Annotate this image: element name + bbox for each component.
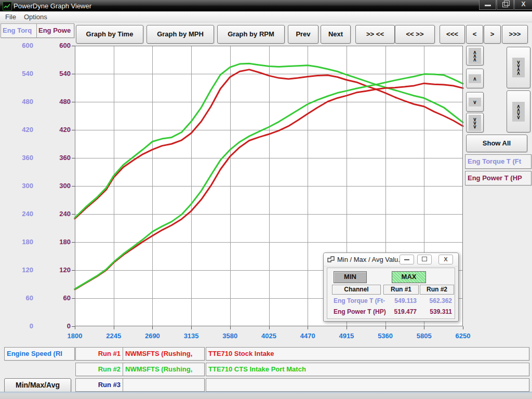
close-icon: X <box>521 1 525 8</box>
y-tick-label: 420 <box>59 126 71 134</box>
dialog-close-button[interactable]: X <box>438 255 453 264</box>
run2-label[interactable]: Run #2 <box>75 363 124 376</box>
y-tick-label: 120 <box>22 266 33 274</box>
x-tick-label: 2245 <box>99 332 128 340</box>
y-tick-label: 420 <box>22 126 33 134</box>
torque-channel-button[interactable]: Eng Torque T (Ft <box>465 154 531 169</box>
close-button[interactable]: X <box>514 0 532 10</box>
power-channel-button[interactable]: Eng Power T (HP <box>465 171 531 185</box>
graph-by-time-button[interactable]: Graph by Time <box>76 25 143 44</box>
x-tick-label: 4915 <box>332 332 361 340</box>
y-tick-label: 540 <box>22 70 33 78</box>
window-frame-bottom <box>0 392 532 399</box>
scroll-up-fast-button[interactable]: ∧ ∧ ∧ <box>466 46 484 65</box>
run2-description-field[interactable]: TTE710 CTS Intake Port Match <box>206 363 529 376</box>
zoom-out-x-button[interactable]: << >> <box>395 25 435 44</box>
minmax-dialog-title: Min / Max / Avg Valu... <box>337 256 404 263</box>
min-toggle-button[interactable]: MIN <box>334 271 367 283</box>
x-tick-label: 1800 <box>60 332 89 340</box>
app-icon <box>3 2 12 11</box>
column-header-run1[interactable]: Run #1 <box>383 285 419 295</box>
y-tick-label: 360 <box>59 154 71 162</box>
power-axis-ticks: 060120180240300360420480540600 <box>37 46 72 326</box>
y-tick-label: 120 <box>59 266 71 274</box>
y-tick-label: 240 <box>59 210 71 218</box>
y-tick-label: 0 <box>67 322 71 330</box>
collapse-vertical-button[interactable]: ∨ ∨ ∧ ∧ <box>507 47 530 88</box>
torque-axis-header[interactable]: Eng Torq <box>1 23 37 38</box>
x-tick-label: 3135 <box>177 332 206 340</box>
y-tick-label: 540 <box>59 70 71 78</box>
graph-by-mph-button[interactable]: Graph by MPH <box>147 25 214 44</box>
scroll-down-fast-button[interactable]: ∨ ∨ ∨ <box>466 113 484 132</box>
graph-by-rpm-button[interactable]: Graph by RPM <box>217 25 285 44</box>
dialog-maximize-icon <box>422 257 427 261</box>
chevron-down-icon: ∨ <box>469 98 481 107</box>
run3-operator-field[interactable] <box>123 378 205 392</box>
minmax-torque-run2-value: 562.362 <box>420 297 452 304</box>
minmax-row-power-label: Eng Power T (HP) <box>334 308 386 315</box>
dialog-maximize-button[interactable] <box>417 255 432 264</box>
x-tick-label: 4470 <box>293 332 322 340</box>
y-tick-label: 180 <box>59 238 71 246</box>
window-title: PowerDyne Graph Viewer <box>14 2 91 10</box>
torque-axis-ticks: 060120180240300360420480540600 <box>0 46 34 326</box>
column-header-run2[interactable]: Run #2 <box>420 285 454 295</box>
scroll-last-button[interactable]: >>> <box>502 25 528 44</box>
minmax-row-torque-label: Eng Torque T (Ft- <box>334 297 385 304</box>
y-tick-label: 600 <box>59 42 71 50</box>
y-tick-label: 60 <box>63 294 71 302</box>
chevron-down-triple-icon: ∨ ∨ ∨ <box>469 115 481 131</box>
minmax-torque-run1-value: 549.113 <box>383 297 417 304</box>
dialog-minimize-icon <box>404 259 409 260</box>
y-tick-label: 300 <box>59 182 71 190</box>
powerdyne-window: PowerDyne Graph Viewer X File Options En… <box>0 0 532 399</box>
menu-options[interactable]: Options <box>21 12 50 21</box>
x-tick-label: 5805 <box>409 332 438 340</box>
run2-operator-field[interactable]: NWMSFTS (Rushing, <box>123 363 205 376</box>
scroll-right-button[interactable]: > <box>484 25 501 44</box>
restore-button[interactable] <box>497 0 514 10</box>
x-tick-label: 3580 <box>216 332 245 340</box>
max-toggle-button[interactable]: MAX <box>392 271 426 283</box>
show-all-button[interactable]: Show All <box>466 135 527 152</box>
y-tick-label: 360 <box>22 154 33 162</box>
run3-label[interactable]: Run #3 <box>75 378 124 392</box>
run3-description-field[interactable] <box>206 378 529 392</box>
y-tick-label: 60 <box>26 294 33 302</box>
dialog-page-icon <box>327 256 335 263</box>
x-tick-label: 2690 <box>138 332 167 340</box>
y-tick-label: 240 <box>22 210 33 218</box>
scroll-up-button[interactable]: ∧ <box>466 69 484 88</box>
minmax-dialog[interactable]: Min / Max / Avg Valu... X MIN MAX Channe… <box>323 252 459 322</box>
scroll-first-button[interactable]: <<< <box>440 25 465 44</box>
zoom-in-x-button[interactable]: >> << <box>355 25 395 44</box>
next-button[interactable]: Next <box>321 25 351 44</box>
minmax-dialog-titlebar[interactable]: Min / Max / Avg Valu... X <box>324 253 458 267</box>
minmax-power-run2-value: 539.311 <box>420 308 452 315</box>
run1-description-field[interactable]: TTE710 Stock Intake <box>206 347 529 361</box>
y-tick-label: 0 <box>30 322 33 330</box>
menu-file[interactable]: File <box>2 12 19 21</box>
x-axis-channel-button[interactable]: Engine Speed (RI <box>4 347 75 361</box>
scroll-down-button[interactable]: ∨ <box>466 92 484 112</box>
power-axis-header[interactable]: Eng Powe <box>36 23 74 38</box>
expand-vertical-button[interactable]: ∧ ∧ ∨ ∨ <box>507 90 530 132</box>
x-tick-label: 4025 <box>255 332 284 340</box>
minimize-button[interactable] <box>479 0 496 10</box>
chevrons-expand-icon: ∧ ∧ ∨ ∨ <box>512 102 524 122</box>
x-tick-label: 5360 <box>371 332 400 340</box>
title-bar[interactable]: PowerDyne Graph Viewer X <box>0 0 532 11</box>
column-header-channel[interactable]: Channel <box>332 285 381 295</box>
y-tick-label: 480 <box>22 98 33 106</box>
run1-operator-field[interactable]: NWMSFTS (Rushing, <box>123 347 205 361</box>
y-tick-label: 180 <box>22 238 33 246</box>
restore-icon <box>502 2 508 7</box>
dialog-minimize-button[interactable] <box>400 255 414 264</box>
scroll-left-button[interactable]: < <box>466 25 483 44</box>
chevron-up-icon: ∧ <box>469 74 481 83</box>
y-tick-label: 300 <box>22 182 33 190</box>
prev-button[interactable]: Prev <box>288 25 318 44</box>
run1-label[interactable]: Run #1 <box>75 347 124 361</box>
minmaxavg-button[interactable]: Min/Max/Avg <box>4 378 71 393</box>
